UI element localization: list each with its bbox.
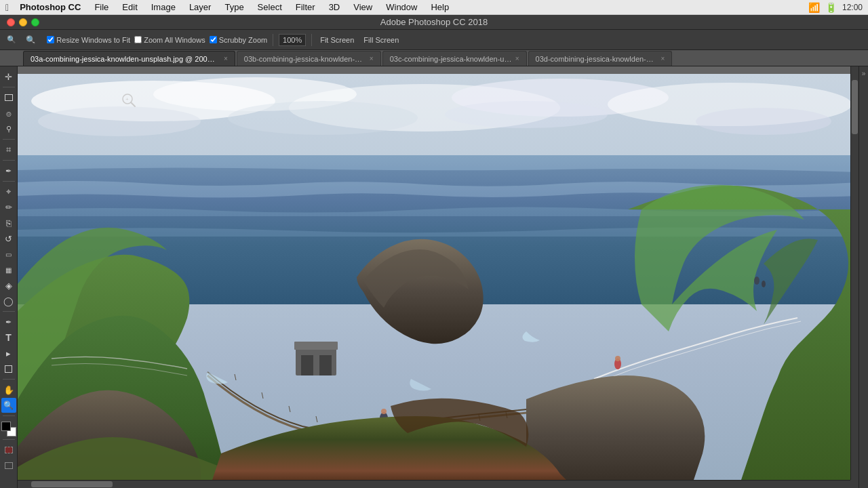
lasso-tool-icon: ⌾ (6, 108, 12, 119)
resize-windows-checkbox[interactable]: Resize Windows to Fit (47, 36, 130, 44)
screen-mode-button[interactable] (1, 458, 16, 473)
window-menu[interactable]: Window (383, 2, 420, 12)
text-tool[interactable]: T (1, 330, 16, 345)
image-menu[interactable]: Image (149, 2, 178, 12)
zoom-tool[interactable]: 🔍 (1, 398, 16, 413)
brush-tool[interactable]: ✏ (1, 200, 16, 215)
file-menu[interactable]: File (92, 2, 111, 12)
select-menu[interactable]: Select (255, 2, 285, 12)
fit-screen-button[interactable]: Fit Screen (317, 35, 357, 45)
tool-sep-1 (3, 87, 15, 87)
edit-menu[interactable]: Edit (119, 2, 140, 12)
tab-3-close[interactable]: × (661, 55, 665, 62)
tab-0-close[interactable]: × (224, 55, 228, 62)
tab-3[interactable]: 03d-combining-jessica-knowlden-unsplash.… (528, 51, 673, 66)
zoom-in-button[interactable]: 🔍 (4, 34, 19, 45)
tab-2-close[interactable]: × (515, 55, 519, 62)
svg-point-6 (38, 106, 201, 136)
3d-menu[interactable]: 3D (326, 2, 343, 12)
svg-point-33 (762, 281, 766, 287)
brush-icon: ✏ (5, 203, 12, 212)
canvas-area[interactable]: + (18, 66, 859, 488)
fit-screen-label: Fit Screen (320, 36, 354, 44)
heal-tool[interactable]: ⌖ (1, 184, 16, 199)
zoom-in-icon: 🔍 (7, 35, 16, 44)
tab-1-label: 03b-combining-jessica-knowlden-unsplash.… (244, 55, 366, 63)
window-controls[interactable] (7, 18, 39, 26)
zoom-all-input[interactable] (134, 36, 142, 43)
quick-mask-button[interactable] (1, 443, 16, 458)
eraser-icon: ▭ (5, 251, 12, 258)
eyedropper-icon: ✒ (5, 167, 12, 176)
close-button[interactable] (7, 18, 15, 26)
history-brush-tool[interactable]: ↺ (1, 231, 16, 246)
zoom-all-checkbox[interactable]: Zoom All Windows (134, 36, 205, 44)
separator-1 (273, 34, 273, 46)
crop-tool[interactable]: ⌗ (1, 142, 16, 157)
layer-menu[interactable]: Layer (186, 2, 214, 12)
options-bar: 🔍 🔍 - Resize Windows to Fit Zoom All Win… (0, 30, 868, 50)
foreground-color-swatch[interactable] (1, 422, 11, 431)
svg-point-31 (381, 409, 387, 414)
tab-0[interactable]: 03a-combining-jessica-knowlden-unsplash.… (23, 51, 235, 66)
shape-tool[interactable] (1, 361, 16, 376)
lasso-tool[interactable]: ⌾ (1, 106, 16, 121)
horizontal-scroll-thumb[interactable] (31, 481, 113, 487)
horizontal-scrollbar[interactable] (18, 480, 850, 488)
apple-menu[interactable]:  (5, 2, 9, 13)
tool-sep-5 (3, 311, 15, 312)
path-select-tool[interactable]: ▸ (1, 346, 16, 361)
zoom-out-button[interactable]: 🔍 - (23, 34, 43, 46)
panel-collapse-icon[interactable]: » (860, 69, 868, 77)
svg-point-7 (228, 101, 418, 135)
tab-1[interactable]: 03b-combining-jessica-knowlden-unsplash.… (237, 51, 381, 66)
move-tool-icon: ✛ (5, 72, 12, 82)
main-layout: ✛ ⌾ ⚲ ⌗ ✒ ⌖ ✏ ⎘ ↺ ▭ (0, 66, 868, 488)
tab-3-label: 03d-combining-jessica-knowlden-unsplash.… (536, 55, 658, 63)
pen-tool[interactable]: ✒ (1, 314, 16, 329)
svg-rect-28 (301, 355, 313, 375)
tab-2[interactable]: 03c-combining-jessica-knowlden-unsplash.… (382, 51, 527, 66)
dodge-tool[interactable]: ◯ (1, 293, 16, 308)
move-tool[interactable]: ✛ (1, 69, 16, 84)
fill-screen-label: Fill Screen (363, 36, 399, 44)
zoom-out-minus: - (33, 38, 35, 45)
help-menu[interactable]: Help (428, 2, 452, 12)
tab-1-close[interactable]: × (370, 55, 374, 62)
filter-menu[interactable]: Filter (293, 2, 318, 12)
pen-icon: ✒ (5, 318, 12, 327)
vertical-scroll-thumb[interactable] (852, 80, 858, 134)
wifi-icon: 📶 (808, 2, 820, 13)
resize-windows-input[interactable] (47, 36, 54, 43)
scrubby-zoom-input[interactable] (210, 36, 217, 43)
tool-sep-7 (3, 415, 15, 416)
maximize-button[interactable] (31, 18, 39, 26)
right-panel: » (859, 66, 868, 488)
eraser-tool[interactable]: ▭ (1, 247, 16, 262)
tool-sep-6 (3, 379, 15, 380)
type-menu[interactable]: Type (222, 2, 246, 12)
color-swatches[interactable] (1, 422, 16, 436)
stamp-tool[interactable]: ⎘ (1, 216, 16, 230)
blur-tool[interactable]: ◈ (1, 278, 16, 293)
scrollbar-corner (850, 480, 859, 488)
hand-tool[interactable]: ✋ (1, 382, 16, 397)
hand-icon: ✋ (3, 385, 14, 395)
vertical-scrollbar[interactable] (850, 66, 859, 480)
svg-point-8 (445, 101, 608, 128)
view-menu[interactable]: View (351, 2, 375, 12)
resize-windows-label: Resize Windows to Fit (56, 36, 130, 44)
gradient-tool[interactable]: ▦ (1, 262, 16, 277)
mac-menubar:  Photoshop CC File Edit Image Layer Typ… (0, 0, 868, 15)
eyedropper-tool[interactable]: ✒ (1, 163, 16, 178)
scrubby-zoom-checkbox[interactable]: Scrubby Zoom (210, 36, 268, 44)
app-name-menu[interactable]: Photoshop CC (17, 2, 83, 12)
stamp-icon: ⎘ (6, 218, 12, 228)
minimize-button[interactable] (19, 18, 27, 26)
marquee-tool[interactable] (1, 90, 16, 105)
fill-screen-button[interactable]: Fill Screen (361, 35, 401, 45)
svg-rect-29 (319, 355, 332, 375)
tabs-bar: 03a-combining-jessica-knowlden-unsplash.… (0, 50, 868, 66)
time-display: 12:00 (842, 3, 863, 12)
quick-select-tool[interactable]: ⚲ (1, 121, 16, 136)
